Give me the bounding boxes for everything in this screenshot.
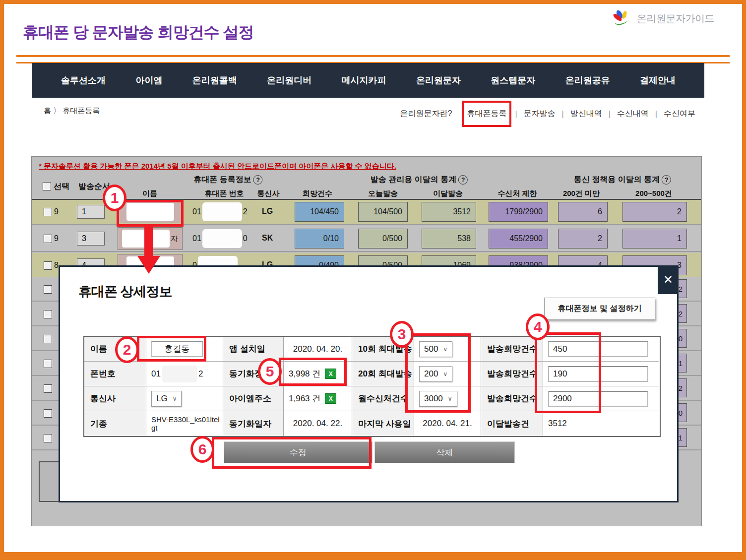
carrier-cell: LG <box>262 207 273 216</box>
max20-select[interactable]: 200 ∨ <box>419 366 452 382</box>
detail-value-hope3: 2900 <box>543 386 659 411</box>
detail-value-phone-number: 01 2 <box>146 362 223 386</box>
row-select-count: 9 <box>54 234 59 243</box>
send-order-input[interactable]: 3 <box>77 232 105 246</box>
under200-cell: 6 <box>558 202 608 222</box>
col-200to500-label: 200~500건 <box>635 189 672 198</box>
month-receiver-select[interactable]: 3000 ∨ <box>419 391 457 407</box>
help-icon[interactable]: ? <box>253 175 263 185</box>
row-select-count: 9 <box>54 207 59 216</box>
row-checkbox[interactable] <box>44 310 52 318</box>
nav-item-db[interactable]: 온리원디버 <box>267 74 311 86</box>
detail-value-max10: 500 ∨ <box>414 337 481 362</box>
row-checkbox[interactable] <box>44 434 52 442</box>
main-nav: 솔루션소개 아이엠 온리원콜백 온리원디버 메시지카피 온리원문자 원스텝문자 … <box>32 63 704 98</box>
help-icon[interactable]: ? <box>458 175 468 185</box>
submenu-item-phone-register[interactable]: 휴대폰등록 <box>462 101 511 127</box>
submenu-item-received-history[interactable]: 수신내역 <box>617 109 649 119</box>
detail-label-hope1: 발송희망건수 <box>481 337 543 362</box>
nav-item-callback[interactable]: 온리원콜백 <box>192 74 237 86</box>
chevron-down-icon: ∨ <box>443 371 447 377</box>
select-all-checkbox[interactable] <box>43 182 51 190</box>
carrier-cell: SK <box>262 234 273 243</box>
nav-item-onestep[interactable]: 원스텝문자 <box>491 74 535 86</box>
submenu-separator: | <box>515 110 517 119</box>
hope-count-input-3[interactable]: 2900 <box>548 391 648 407</box>
col-limit-label: 수신처 제한 <box>497 189 537 198</box>
delete-button[interactable]: 삭제 <box>374 441 515 463</box>
name-input[interactable]: 홍길동 <box>151 341 203 357</box>
detail-label-max20: 20회 최대발송 <box>352 362 414 386</box>
redacted-name <box>126 203 174 221</box>
table-row: 9 3 자 01 0 SK 0/10 0/500 538 455/2900 2 … <box>32 226 701 252</box>
detail-value-max20: 200 ∨ <box>414 362 481 386</box>
detail-label-phone-number: 폰번호 <box>84 362 146 386</box>
group-header-policy-stats: 통신 정책용 이달의 통계 ? <box>574 175 671 185</box>
row-checkbox[interactable] <box>44 285 52 294</box>
col-name-label: 이름 <box>142 189 157 198</box>
hope-count-cell: 0/10 <box>295 229 344 249</box>
max10-select[interactable]: 500 ∨ <box>419 341 452 357</box>
submenu-item-send[interactable]: 문자발송 <box>524 109 556 119</box>
table-warning-text: * 문자솔루션 활용 가능한 폰은 2014년 5월 이후부터 출시된 안드로이… <box>39 162 396 171</box>
detail-value-app-install-date: 2020. 04. 20. <box>284 337 352 362</box>
nav-item-sms[interactable]: 온리원문자 <box>416 74 461 86</box>
phone-name-cell[interactable] <box>118 200 183 223</box>
detail-label-hope3: 발송희망건수 <box>481 386 543 411</box>
table-row: 9 1 01 2 LG 104/450 104/500 3512 1799/29… <box>32 199 701 225</box>
submenu-item-receive-status[interactable]: 수신여부 <box>664 109 695 119</box>
group-header-send-stats: 발송 관리용 이달의 통계 ? <box>371 175 468 185</box>
hope-count-cell: 104/450 <box>295 202 344 222</box>
detail-label-im-address: 아이엠주소 <box>223 386 284 411</box>
row-checkbox[interactable] <box>44 335 52 343</box>
detail-value-last-used: 2020. 04. 21. <box>414 411 481 436</box>
hope-count-input-2[interactable]: 190 <box>548 366 648 382</box>
submenu-separator: | <box>562 110 564 119</box>
detail-label-hope2: 발송희망건수 <box>481 362 543 386</box>
detail-value-month-receivers: 3000 ∨ <box>414 386 481 411</box>
nav-item-messagecopy[interactable]: 메시지카피 <box>342 74 386 86</box>
phone-name-cell[interactable]: 자 <box>118 227 183 250</box>
detail-value-month-sent: 3512 <box>543 411 659 436</box>
row-checkbox[interactable] <box>44 208 52 216</box>
receiver-limit-cell: 455/2900 <box>489 229 548 249</box>
row-checkbox[interactable] <box>44 261 52 270</box>
month-sent-cell: 538 <box>422 229 476 249</box>
row-select-count: 8 <box>54 261 59 270</box>
close-icon[interactable]: ✕ <box>658 265 679 294</box>
bird-logo-icon <box>613 10 632 27</box>
carrier-select[interactable]: LG ∨ <box>151 391 182 407</box>
row-checkbox[interactable] <box>44 384 52 393</box>
help-icon[interactable]: ? <box>662 175 671 185</box>
edit-button[interactable]: 수정 <box>224 441 373 463</box>
detail-label-app-install-date: 앱 설치일 <box>223 337 284 362</box>
row-checkbox[interactable] <box>44 360 52 368</box>
nav-item-payment[interactable]: 결제안내 <box>640 74 676 86</box>
row-checkbox[interactable] <box>44 409 52 418</box>
col-order-label: 발송순서 <box>78 182 110 192</box>
phone-settings-button[interactable]: 휴대폰정보 및 설정하기 <box>544 298 655 320</box>
detail-label-sync-info: 동기화정보 <box>223 362 284 386</box>
redacted-phone <box>162 366 197 382</box>
col-today-label: 오늘발송 <box>368 189 398 198</box>
nav-item-share[interactable]: 온리원공유 <box>565 74 610 86</box>
excel-download-icon[interactable]: X <box>325 369 336 379</box>
detail-value-model: SHV-E330L_ks01ltelgt <box>146 411 223 436</box>
row-checkbox[interactable] <box>44 235 52 243</box>
hope-count-input-1[interactable]: 450 <box>548 341 648 357</box>
title-divider <box>16 55 730 63</box>
detail-value-sync-date: 2020. 04. 22. <box>284 411 352 436</box>
submenu-item-about[interactable]: 온리원문자란? <box>400 109 452 119</box>
nav-item-solution[interactable]: 솔루션소개 <box>61 74 106 86</box>
submenu-separator: | <box>609 110 611 119</box>
brand-logo: 온리원문자가이드 <box>613 10 714 27</box>
chevron-down-icon: ∨ <box>448 395 452 402</box>
submenu-item-sent-history[interactable]: 발신내역 <box>570 109 602 119</box>
redacted-name <box>122 230 170 248</box>
chevron-down-icon: ∨ <box>443 346 447 353</box>
nav-item-im[interactable]: 아이엠 <box>135 74 162 86</box>
excel-download-icon[interactable]: X <box>325 393 336 404</box>
send-order-input[interactable]: 1 <box>77 205 105 219</box>
brand-logo-text: 온리원문자가이드 <box>637 12 714 25</box>
detail-value-hope1: 450 <box>543 337 659 362</box>
